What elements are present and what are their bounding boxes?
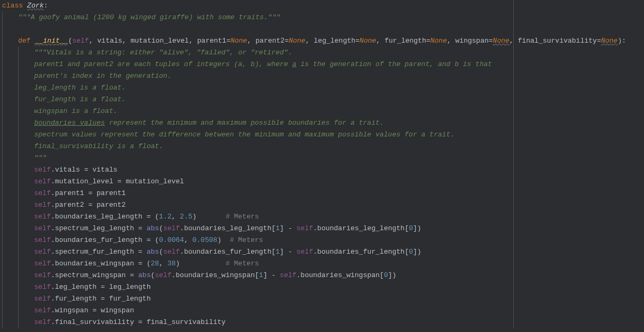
keyword-def: def bbox=[18, 37, 30, 45]
colon: : bbox=[44, 2, 48, 10]
class-docstring: """A goofy animal (1200 kg winged giraff… bbox=[18, 12, 280, 23]
method-name: __init__ bbox=[35, 37, 68, 45]
code-line[interactable]: boundaries values represent the minimum … bbox=[2, 117, 644, 129]
code-editor[interactable]: class Zork: """A goofy animal (1200 kg w… bbox=[0, 0, 644, 328]
code-line[interactable]: self.wingspan = wingspan bbox=[2, 305, 644, 317]
code-line[interactable]: def __init__(self, vitals, mutation_leve… bbox=[2, 35, 644, 47]
code-line[interactable]: class Zork: bbox=[2, 0, 644, 12]
code-line[interactable]: self.boundaries_leg_length = (1.2, 2.5) … bbox=[2, 211, 644, 223]
code-line[interactable]: """A goofy animal (1200 kg winged giraff… bbox=[2, 12, 644, 23]
code-line[interactable]: self.leg_length = leg_length bbox=[2, 281, 644, 293]
code-line[interactable]: parent1 and parent2 are each tuples of i… bbox=[2, 59, 644, 70]
code-line[interactable]: self.parent1 = parent1 bbox=[2, 188, 644, 199]
code-line[interactable]: fur_length is a float. bbox=[2, 94, 644, 106]
code-line[interactable]: """Vitals is a string: either "alive", "… bbox=[2, 47, 644, 59]
code-line[interactable] bbox=[2, 23, 644, 35]
code-line[interactable]: wingspan is a float. bbox=[2, 106, 644, 117]
code-line[interactable]: """ bbox=[2, 152, 644, 164]
code-line[interactable]: self.parent2 = parent2 bbox=[2, 199, 644, 211]
code-line[interactable]: self.fur_length = fur_length bbox=[2, 293, 644, 305]
code-line[interactable]: parent's index in the generation. bbox=[2, 70, 644, 82]
code-line[interactable]: self.final_survivability = final_surviva… bbox=[2, 317, 644, 328]
code-line[interactable]: self.spectrum_leg_length = abs(self.boun… bbox=[2, 223, 644, 234]
code-line[interactable]: self.vitals = vitals bbox=[2, 164, 644, 176]
code-line[interactable]: spectrum values represent the difference… bbox=[2, 129, 644, 141]
code-line[interactable]: self.boundaries_wingspan = (28, 38) # Me… bbox=[2, 258, 644, 270]
code-line[interactable]: final_survivability is a float. bbox=[2, 141, 644, 152]
code-line[interactable]: leg_length is a float. bbox=[2, 82, 644, 94]
code-line[interactable]: self.boundaries_fur_length = (0.0064, 0.… bbox=[2, 234, 644, 246]
code-line[interactable]: self.spectrum_fur_length = abs(self.boun… bbox=[2, 246, 644, 258]
code-line[interactable]: self.mutation_level = mutation_level bbox=[2, 176, 644, 188]
right-margin-ruler bbox=[513, 0, 514, 328]
class-name: Zork bbox=[27, 2, 44, 10]
keyword-class: class bbox=[2, 2, 23, 10]
param-self: self bbox=[72, 37, 89, 45]
code-line[interactable]: self.spectrum_wingspan = abs(self.bounda… bbox=[2, 270, 644, 281]
